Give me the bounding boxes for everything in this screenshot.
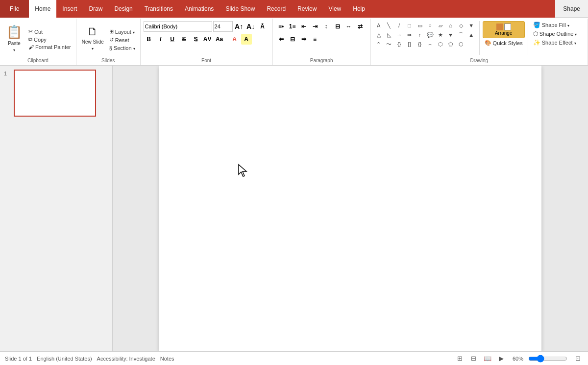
section-button[interactable]: § Section	[107, 45, 137, 51]
layout-button[interactable]: ⊞ Layout	[107, 28, 137, 35]
font-size-input[interactable]	[213, 21, 233, 32]
curve-shape-btn[interactable]: ⌒	[456, 30, 466, 39]
menu-design[interactable]: Design	[108, 0, 138, 18]
menu-insert[interactable]: Insert	[56, 0, 83, 18]
right-triangle-shape-btn[interactable]: ◺	[384, 30, 394, 39]
callout-shape-btn[interactable]: 💬	[425, 30, 435, 39]
accessibility-label[interactable]: Accessibility: Investigate	[97, 356, 155, 362]
char-spacing-button[interactable]: AV	[202, 34, 213, 45]
shape-fill-button[interactable]: 🪣 Shape Fill	[531, 21, 579, 29]
menu-transitions[interactable]: Transitions	[139, 0, 179, 18]
strikethrough-button[interactable]: S	[179, 34, 190, 45]
font-shrink-button[interactable]: A↓	[245, 21, 256, 32]
diamond-shape-btn[interactable]: ◇	[456, 21, 466, 30]
bullets-button[interactable]: ≡•	[276, 21, 287, 32]
menu-record[interactable]: Record	[261, 0, 292, 18]
notes-button[interactable]: Notes	[160, 356, 174, 362]
shape-fill-dropdown[interactable]	[567, 22, 569, 28]
numbering-button[interactable]: 1≡	[287, 21, 298, 32]
copy-button[interactable]: ⧉ Copy	[26, 36, 73, 43]
trapezoid-shape-btn[interactable]: ⌂	[446, 21, 456, 30]
menu-help[interactable]: Help	[347, 0, 371, 18]
format-painter-button[interactable]: 🖌 Format Painter	[26, 44, 73, 50]
italic-button[interactable]: I	[155, 34, 166, 45]
font-clear-button[interactable]: Ā	[257, 21, 268, 32]
equation-shape-btn[interactable]: {}	[394, 40, 404, 49]
pentagon-shape-btn[interactable]: ⬠	[446, 40, 456, 49]
columns-button[interactable]: ⊟	[332, 21, 343, 32]
canvas-area[interactable]	[113, 66, 588, 351]
align-center-button[interactable]: ⊟	[287, 34, 298, 45]
slide-canvas[interactable]	[159, 66, 541, 351]
line2-shape-btn[interactable]: /	[394, 21, 404, 30]
new-slide-button[interactable]: 🗋 New Slide	[79, 20, 106, 57]
shape-outline-button[interactable]: ⬡ Shape Outline	[531, 30, 579, 38]
increase-indent-button[interactable]: ⇥	[310, 21, 320, 32]
decrease-indent-button[interactable]: ⇤	[298, 21, 309, 32]
shadow-button[interactable]: S	[191, 34, 201, 45]
triangle-shape-btn[interactable]: △	[374, 30, 384, 39]
new-slide-dropdown[interactable]	[92, 46, 94, 51]
brace-shape-btn[interactable]: {}	[415, 40, 425, 49]
arrow2-shape-btn[interactable]: ⇒	[405, 30, 415, 39]
text-shape-btn[interactable]: A	[374, 21, 384, 30]
reading-view-button[interactable]: 📖	[482, 353, 493, 364]
shape-effect-dropdown[interactable]	[574, 40, 576, 46]
slide-thumbnail-1[interactable]	[14, 70, 96, 117]
menu-file[interactable]: File	[0, 0, 29, 18]
menu-home[interactable]: Home	[29, 0, 56, 18]
menu-review[interactable]: Review	[292, 0, 322, 18]
line-spacing-button[interactable]: ↕	[321, 21, 332, 32]
change-case-button[interactable]: Aa	[214, 34, 225, 45]
align-right-button[interactable]: ➡	[298, 34, 309, 45]
shape-effect-button[interactable]: ✨ Shape Effect	[531, 39, 579, 47]
freeform-shape-btn[interactable]: ⌃	[374, 40, 384, 49]
chevron-shape-btn[interactable]: ⬡	[436, 40, 445, 49]
arrow-shape-btn[interactable]: →	[394, 30, 404, 39]
slide-sorter-button[interactable]: ⊟	[468, 353, 479, 364]
menu-draw[interactable]: Draw	[83, 0, 108, 18]
hexagon-shape-btn[interactable]: ⬡	[456, 40, 466, 49]
shapes-scroll-down[interactable]: ▼	[466, 21, 476, 30]
convert-button[interactable]: ⇄	[355, 21, 366, 32]
font-family-input[interactable]	[144, 21, 212, 32]
section-chevron[interactable]	[133, 45, 135, 51]
shape-outline-dropdown[interactable]	[575, 31, 577, 37]
heart-shape-btn[interactable]: ♥	[446, 30, 456, 39]
menu-view[interactable]: View	[322, 0, 347, 18]
text-direction-button[interactable]: ↔	[343, 21, 354, 32]
rect-shape-btn[interactable]: □	[405, 21, 415, 30]
arrow3-shape-btn[interactable]: ↑	[415, 30, 425, 39]
fit-slide-button[interactable]: ⊡	[572, 353, 583, 364]
quick-styles-icon: 🎨	[485, 40, 491, 46]
reset-button[interactable]: ↺ Reset	[107, 36, 137, 44]
cut-button[interactable]: ✂ Cut	[26, 28, 73, 35]
zoom-slider[interactable]	[528, 355, 567, 363]
font-color-button[interactable]: A	[229, 34, 240, 45]
arrange-button[interactable]: Arrange	[483, 21, 525, 38]
star-shape-btn[interactable]: ★	[436, 30, 445, 39]
paste-dropdown[interactable]	[13, 47, 15, 52]
layout-chevron[interactable]	[133, 29, 135, 35]
paste-button[interactable]: 📋 Paste	[3, 20, 25, 57]
line-shape-btn[interactable]: ╲	[384, 21, 394, 30]
quick-styles-button[interactable]: 🎨 Quick Styles	[483, 39, 525, 47]
slideshow-view-button[interactable]: ▶	[496, 353, 507, 364]
underline-button[interactable]: U	[167, 34, 178, 45]
oval-shape-btn[interactable]: ○	[425, 21, 435, 30]
round-rect-shape-btn[interactable]: ▭	[415, 21, 425, 30]
slide-panel[interactable]: 1	[0, 66, 113, 351]
menu-slideshow[interactable]: Slide Show	[220, 0, 261, 18]
menu-animations[interactable]: Animations	[179, 0, 220, 18]
align-left-button[interactable]: ⬅	[276, 34, 287, 45]
bracket-shape-btn[interactable]: []	[405, 40, 415, 49]
arc-shape-btn[interactable]: ⌢	[425, 40, 435, 49]
scribble-shape-btn[interactable]: 〜	[384, 40, 394, 49]
justify-button[interactable]: ≡	[310, 34, 320, 45]
parallelogram-shape-btn[interactable]: ▱	[436, 21, 445, 30]
shapes-scroll-up[interactable]: ▲	[466, 30, 476, 39]
highlight-button[interactable]: A	[241, 34, 252, 45]
font-grow-button[interactable]: A↑	[234, 21, 245, 32]
normal-view-button[interactable]: ⊞	[455, 353, 466, 364]
bold-button[interactable]: B	[144, 34, 154, 45]
